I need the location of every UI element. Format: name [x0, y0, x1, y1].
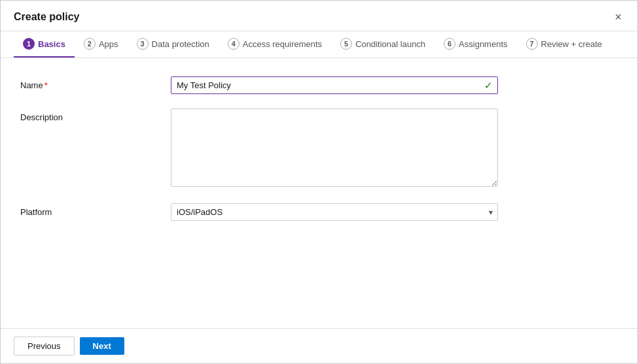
- name-input[interactable]: [171, 76, 498, 94]
- platform-select-wrap: iOS/iPadOS Android Windows ▾: [171, 203, 498, 221]
- tab-label-conditional-launch: Conditional launch: [355, 39, 425, 49]
- name-required-star: *: [44, 80, 48, 90]
- tab-number-4: 4: [228, 38, 239, 50]
- dialog-title: Create policy: [14, 11, 79, 23]
- tab-access-requirements[interactable]: 4 Access requirements: [219, 31, 331, 58]
- tab-label-assignments: Assignments: [459, 39, 507, 49]
- tab-label-review-create: Review + create: [541, 39, 603, 49]
- platform-field-wrap: iOS/iPadOS Android Windows ▾: [171, 203, 498, 221]
- tab-data-protection[interactable]: 3 Data protection: [128, 31, 219, 58]
- description-label: Description: [20, 108, 171, 122]
- platform-label: Platform: [20, 203, 171, 217]
- name-row: Name* ✓: [20, 76, 618, 94]
- name-field-wrap: ✓: [171, 76, 498, 94]
- name-valid-icon: ✓: [484, 80, 493, 91]
- tab-number-7: 7: [526, 38, 538, 50]
- name-input-wrap: ✓: [171, 76, 498, 94]
- tab-label-basics: Basics: [38, 39, 65, 49]
- tab-review-create[interactable]: 7 Review + create: [517, 31, 612, 58]
- next-button[interactable]: Next: [80, 337, 124, 355]
- tab-basics[interactable]: 1 Basics: [14, 31, 75, 58]
- description-row: Description: [20, 108, 618, 189]
- tabs-bar: 1 Basics 2 Apps 3 Data protection 4 Acce…: [1, 31, 637, 58]
- tab-assignments[interactable]: 6 Assignments: [434, 31, 516, 58]
- tab-apps[interactable]: 2 Apps: [75, 31, 128, 58]
- previous-button[interactable]: Previous: [14, 337, 75, 356]
- tab-number-5: 5: [340, 38, 352, 50]
- platform-select[interactable]: iOS/iPadOS Android Windows: [171, 203, 498, 221]
- tab-number-3: 3: [137, 38, 149, 50]
- create-policy-dialog: Create policy × 1 Basics 2 Apps 3 Data p…: [0, 0, 638, 364]
- close-button[interactable]: ×: [612, 10, 624, 24]
- tab-label-access-requirements: Access requirements: [243, 39, 322, 49]
- dialog-header: Create policy ×: [1, 1, 637, 31]
- tab-number-2: 2: [84, 38, 96, 50]
- description-textarea[interactable]: [171, 108, 498, 187]
- footer: Previous Next: [1, 328, 637, 363]
- description-field-wrap: [171, 108, 498, 189]
- form-area: Name* ✓ Description Platform iOS/i: [1, 58, 637, 328]
- tab-number-1: 1: [23, 38, 35, 50]
- name-label: Name*: [20, 76, 171, 90]
- tab-conditional-launch[interactable]: 5 Conditional launch: [331, 31, 434, 58]
- platform-row: Platform iOS/iPadOS Android Windows ▾: [20, 203, 618, 221]
- tab-label-data-protection: Data protection: [152, 39, 209, 49]
- tab-number-6: 6: [444, 38, 455, 50]
- tab-label-apps: Apps: [99, 39, 118, 49]
